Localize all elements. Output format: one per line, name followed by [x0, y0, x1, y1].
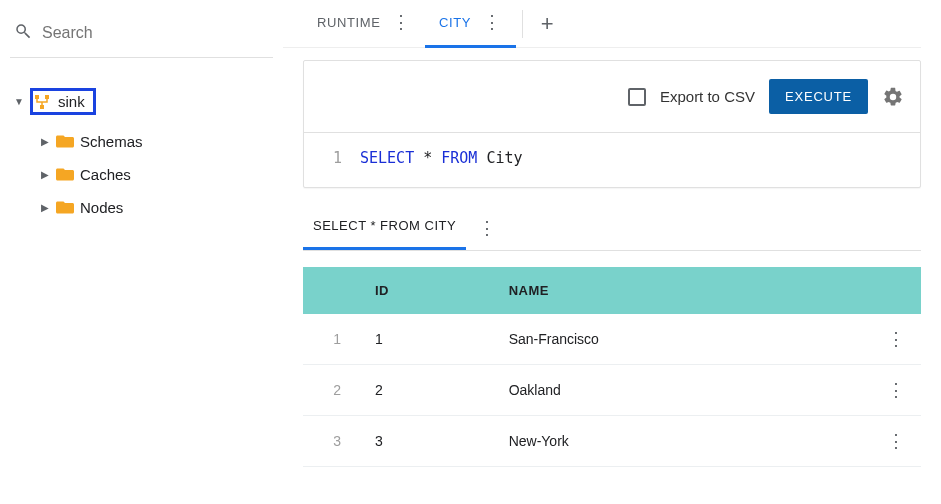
tab-label: RUNTIME — [317, 15, 380, 30]
main: RUNTIME ⋮ CITY ⋮ + Export to CSV EXECUTE… — [283, 0, 941, 504]
tree-item-label: Caches — [80, 166, 131, 183]
svg-rect-0 — [35, 95, 39, 99]
connection-icon — [34, 94, 50, 110]
tree-item-nodes[interactable]: ▶ Nodes — [38, 191, 273, 224]
query-toolbar: Export to CSV EXECUTE — [304, 61, 920, 133]
column-header-id[interactable]: ID — [361, 267, 495, 314]
row-menu-icon[interactable]: ⋮ — [887, 380, 905, 400]
folder-icon — [56, 200, 74, 215]
tree-children: ▶ Schemas ▶ Caches ▶ Nodes — [12, 125, 273, 224]
table-row[interactable]: 3 3 New-York ⋮ — [303, 416, 921, 467]
row-menu-icon[interactable]: ⋮ — [887, 329, 905, 349]
export-csv-label: Export to CSV — [660, 88, 755, 105]
folder-icon — [56, 134, 74, 149]
caret-right-icon: ▶ — [40, 202, 50, 213]
svg-rect-1 — [45, 95, 49, 99]
tree: ▼ sink ▶ Schemas ▶ Caches ▶ N — [10, 82, 273, 224]
tree-item-label: Schemas — [80, 133, 143, 150]
settings-icon[interactable] — [882, 86, 904, 108]
column-header-actions — [871, 267, 921, 314]
result-tab-menu-icon[interactable]: ⋮ — [478, 219, 496, 237]
result-tabs: SELECT * FROM CITY ⋮ — [303, 206, 921, 251]
search-input[interactable] — [42, 24, 269, 42]
table-row[interactable]: 2 2 Oakland ⋮ — [303, 365, 921, 416]
column-header-name[interactable]: NAME — [495, 267, 871, 314]
cell-id: 3 — [361, 416, 495, 467]
row-number: 2 — [303, 365, 361, 416]
tree-item-caches[interactable]: ▶ Caches — [38, 158, 273, 191]
query-editor-card: Export to CSV EXECUTE 1 SELECT * FROM Ci… — [303, 60, 921, 188]
result-tab[interactable]: SELECT * FROM CITY — [303, 206, 466, 250]
results-panel: SELECT * FROM CITY ⋮ ID NAME 1 1 San-Fra… — [303, 206, 921, 467]
tree-root-sink[interactable]: ▼ sink — [12, 82, 273, 121]
tab-runtime[interactable]: RUNTIME ⋮ — [303, 0, 425, 48]
sql-editor[interactable]: 1 SELECT * FROM City — [304, 133, 920, 187]
execute-button[interactable]: EXECUTE — [769, 79, 868, 114]
caret-down-icon: ▼ — [14, 96, 24, 107]
cell-id: 1 — [361, 314, 495, 365]
search-row — [10, 18, 273, 58]
svg-rect-2 — [40, 105, 44, 109]
row-number: 3 — [303, 416, 361, 467]
row-number: 1 — [303, 314, 361, 365]
cell-name: San-Francisco — [495, 314, 871, 365]
cell-id: 2 — [361, 365, 495, 416]
line-number: 1 — [330, 149, 360, 167]
cell-name: Oakland — [495, 365, 871, 416]
results-table: ID NAME 1 1 San-Francisco ⋮ 2 2 Oakland … — [303, 267, 921, 467]
tab-menu-icon[interactable]: ⋮ — [483, 13, 502, 31]
column-header-rownum — [303, 267, 361, 314]
tree-item-schemas[interactable]: ▶ Schemas — [38, 125, 273, 158]
export-csv-checkbox[interactable] — [628, 88, 646, 106]
row-menu-icon[interactable]: ⋮ — [887, 431, 905, 451]
tab-separator — [522, 10, 523, 38]
tab-label: CITY — [439, 15, 471, 30]
table-row[interactable]: 1 1 San-Francisco ⋮ — [303, 314, 921, 365]
selected-node-highlight: sink — [30, 88, 96, 115]
add-tab-button[interactable]: + — [529, 11, 566, 37]
sql-code: SELECT * FROM City — [360, 149, 523, 167]
folder-icon — [56, 167, 74, 182]
tab-city[interactable]: CITY ⋮ — [425, 0, 516, 48]
search-icon — [14, 22, 32, 43]
tab-menu-icon[interactable]: ⋮ — [392, 13, 411, 31]
cell-name: New-York — [495, 416, 871, 467]
caret-right-icon: ▶ — [40, 169, 50, 180]
tree-item-label: Nodes — [80, 199, 123, 216]
query-tabs: RUNTIME ⋮ CITY ⋮ + — [283, 0, 921, 48]
tree-root-label: sink — [56, 92, 87, 111]
caret-right-icon: ▶ — [40, 136, 50, 147]
sidebar: ▼ sink ▶ Schemas ▶ Caches ▶ N — [0, 0, 283, 504]
